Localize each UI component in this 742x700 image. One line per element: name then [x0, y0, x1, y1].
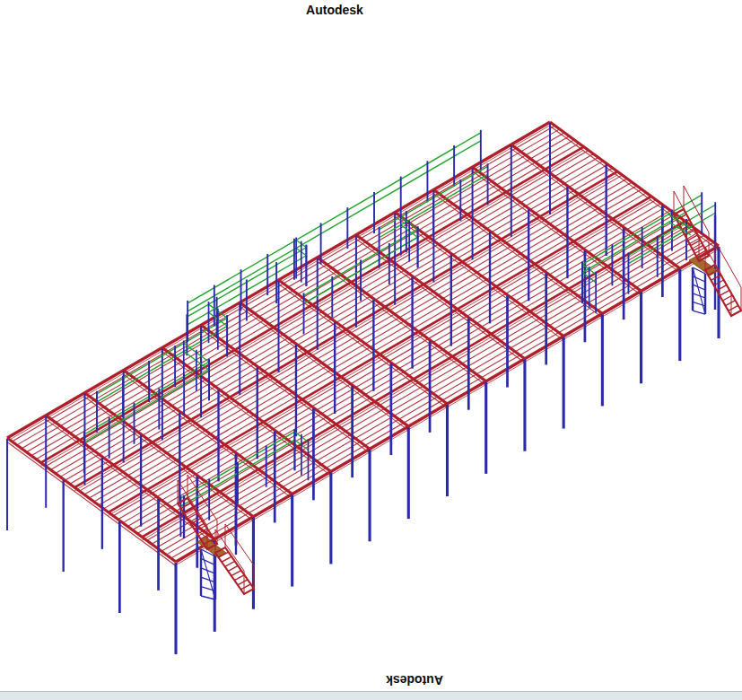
viewport-3d-model[interactable]: [0, 0, 742, 700]
horizontal-scrollbar[interactable]: [0, 691, 742, 700]
app-window: { "watermarks": { "top": "Autodesk", "bo…: [0, 0, 742, 700]
watermark-top: Autodesk: [281, 3, 388, 17]
deck-framing: [7, 122, 719, 566]
watermark-bottom: Autodesk: [361, 673, 468, 687]
drawing-canvas: [0, 0, 742, 700]
